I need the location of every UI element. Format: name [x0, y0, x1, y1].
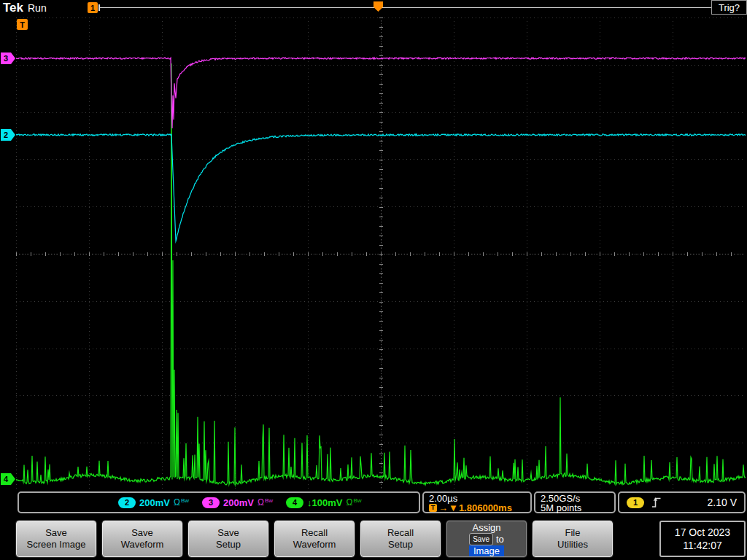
channel-4-scale: ↓100mV	[307, 497, 342, 508]
acquisition-status: Run	[28, 2, 47, 14]
expansion-point-marker-icon[interactable]	[374, 1, 383, 12]
button-label: Setup	[388, 539, 413, 551]
channel-3-baseline-marker[interactable]: 3	[1, 52, 15, 64]
channel-4-coupling: ΩBw	[346, 497, 361, 508]
record-view-left-bracket	[98, 4, 100, 11]
button-label: Save	[131, 527, 153, 539]
button-label: Recall	[387, 527, 414, 539]
channel-4-badge: 4	[286, 497, 303, 508]
date-label: 17 Oct 2023	[675, 526, 730, 539]
button-label: Save	[45, 527, 67, 539]
channel-4-readout: 4 ↓100mV ΩBw	[286, 497, 362, 508]
trigger-source-badge: 1	[627, 497, 644, 508]
assign-save-line: Save to	[469, 533, 504, 545]
trigger-arrow-icon: →	[438, 503, 448, 513]
button-label: Screen Image	[27, 539, 86, 551]
file-utilities-button[interactable]: File Utilities	[533, 521, 613, 557]
trigger-readout-box[interactable]: 1 2.10 V	[618, 491, 746, 513]
channel-readout-box[interactable]: 2 200mV ΩBw 3 200mV ΩBw 4 ↓100mV ΩBw	[18, 491, 420, 513]
button-label: Assign	[472, 522, 500, 533]
waveform-display	[16, 18, 746, 490]
save-screen-image-button[interactable]: Save Screen Image	[16, 521, 96, 557]
sample-rate-readout-box[interactable]: 2.50GS/s 5M points	[534, 491, 616, 513]
channel-2-coupling: ΩBw	[174, 497, 189, 508]
acquisition-badge: 1	[88, 2, 98, 13]
save-waveform-button[interactable]: Save Waveform	[102, 521, 182, 557]
trigger-pos-icon: ▼	[449, 503, 458, 513]
channel-3-readout: 3 200mV ΩBw	[202, 497, 273, 508]
time-label: 11:42:07	[683, 539, 721, 552]
trigger-level: 2.10 V	[708, 497, 737, 508]
save-key-badge: Save	[469, 533, 493, 545]
button-label: Waveform	[293, 539, 336, 551]
save-setup-button[interactable]: Save Setup	[188, 521, 268, 557]
channel-2-baseline-marker[interactable]: 2	[1, 129, 15, 141]
trigger-flag-icon: T	[429, 504, 437, 512]
trigger-position-value: 1.806000ms	[459, 503, 512, 513]
recall-waveform-button[interactable]: Recall Waveform	[274, 521, 355, 557]
channel-2-readout: 2 200mV ΩBw	[118, 497, 189, 508]
button-label: Save	[217, 527, 239, 539]
channel-3-coupling: ΩBw	[258, 497, 273, 508]
recall-setup-button[interactable]: Recall Setup	[360, 521, 441, 557]
button-label: Recall	[301, 527, 328, 539]
button-label: Utilities	[557, 539, 588, 551]
channel-3-badge: 3	[202, 497, 220, 508]
button-label: Setup	[216, 539, 241, 551]
trigger-position-readout: T → ▼ 1.806000ms	[429, 503, 525, 513]
assign-save-to-button[interactable]: Assign Save to Image	[446, 521, 527, 557]
trigger-status: Trig?	[711, 0, 747, 15]
channel-2-scale: 200mV	[139, 497, 170, 508]
record-view-line	[99, 7, 738, 8]
channel-4-baseline-marker[interactable]: 4	[1, 473, 15, 485]
button-label: File	[565, 527, 581, 539]
record-length: 5M points	[541, 503, 609, 513]
timebase-readout-box[interactable]: 2.00µs T → ▼ 1.806000ms	[422, 491, 532, 513]
channel-3-scale: 200mV	[223, 497, 254, 508]
assign-target-selected: Image	[469, 545, 504, 556]
tek-logo: Tek	[3, 1, 23, 15]
date-time-display: 17 Oct 2023 11:42:07	[659, 521, 746, 557]
channel-2-badge: 2	[118, 497, 136, 508]
rising-edge-slope-icon	[651, 496, 662, 509]
button-label: Waveform	[121, 539, 164, 551]
